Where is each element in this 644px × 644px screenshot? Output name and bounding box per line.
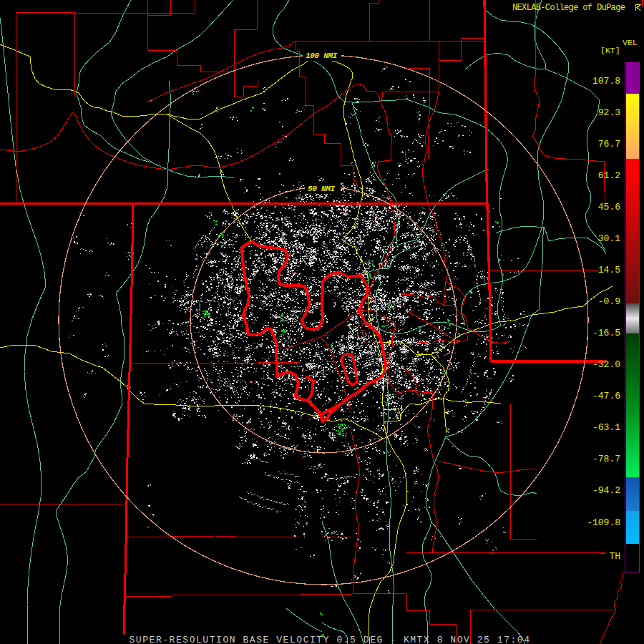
svg-text:TH: TH (609, 551, 620, 562)
svg-text:45.6: 45.6 (598, 202, 620, 213)
svg-text:14.5: 14.5 (598, 265, 620, 275)
svg-text:-16.5: -16.5 (592, 328, 620, 338)
svg-text:-94.2: -94.2 (592, 485, 620, 496)
svg-text:-0.9: -0.9 (598, 296, 620, 307)
svg-text:100 NMI: 100 NMI (306, 52, 338, 60)
svg-text:-47.6: -47.6 (592, 391, 620, 401)
svg-text:-63.1: -63.1 (592, 422, 620, 433)
svg-text:NEXLAB-College of DuPage: NEXLAB-College of DuPage (512, 3, 625, 13)
svg-text:61.2: 61.2 (598, 170, 620, 181)
svg-text:SUPER-RESOLUTION BASE VELOCITY: SUPER-RESOLUTION BASE VELOCITY 0.5 DEG -… (130, 635, 531, 644)
svg-text:[KT]: [KT] (600, 46, 620, 55)
svg-text:VEL: VEL (623, 38, 638, 47)
svg-text:30.1: 30.1 (598, 233, 620, 244)
svg-text:76.7: 76.7 (598, 139, 620, 150)
svg-text:92.3: 92.3 (598, 107, 620, 118)
svg-text:-78.7: -78.7 (592, 454, 620, 464)
svg-text:107.8: 107.8 (592, 76, 620, 87)
svg-text:50 NMI: 50 NMI (308, 185, 336, 193)
svg-text:-32.0: -32.0 (592, 359, 620, 370)
svg-text:-109.8: -109.8 (587, 517, 620, 528)
